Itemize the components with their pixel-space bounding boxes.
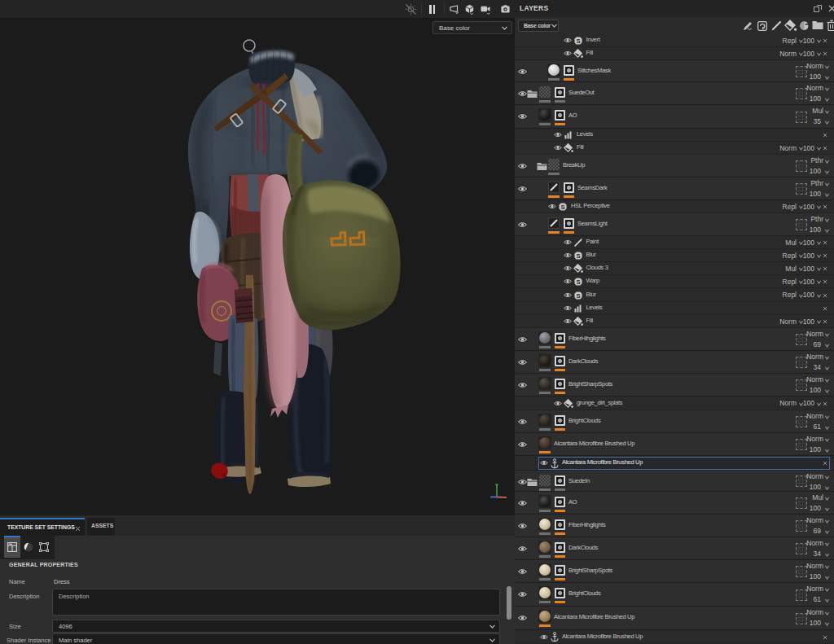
svg-text:S: S — [576, 37, 580, 45]
svg-text:S: S — [576, 278, 580, 286]
svg-text:S: S — [576, 252, 580, 260]
svg-text:S: S — [560, 204, 564, 211]
svg-text:S: S — [576, 291, 580, 299]
